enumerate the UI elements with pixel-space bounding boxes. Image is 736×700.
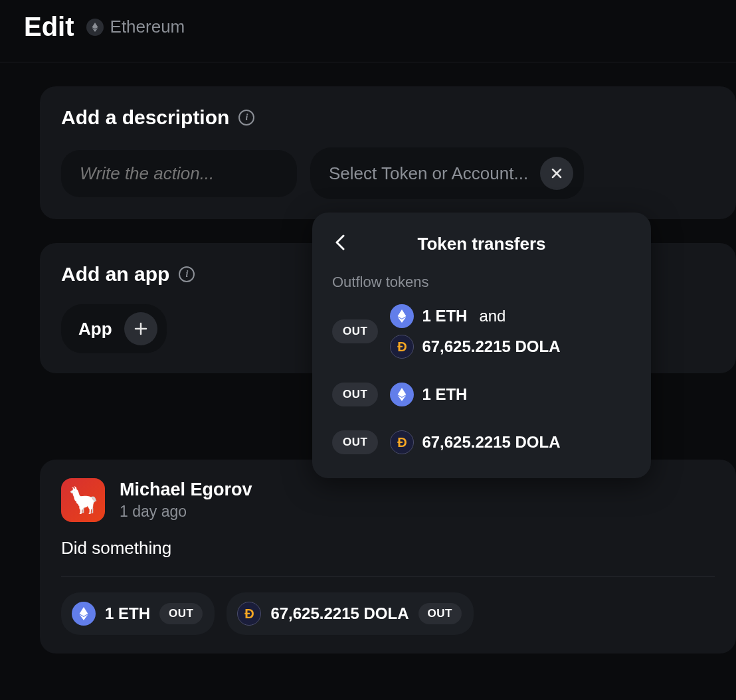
activity-header: Michael Egorov 1 day ago [61, 478, 715, 522]
transfer-item[interactable]: OUT 1 ETH and Đ 67,625.2215 DOLA [332, 304, 631, 359]
close-icon[interactable] [540, 157, 573, 190]
out-badge: OUT [332, 430, 378, 454]
plus-icon [124, 312, 157, 345]
out-badge: OUT [332, 319, 378, 343]
transfer-item[interactable]: OUT 1 ETH [332, 383, 631, 406]
activity-description: Did something [61, 538, 715, 559]
activity-author: Michael Egorov [120, 480, 252, 500]
out-badge: OUT [159, 603, 203, 624]
dola-icon: Đ [390, 335, 414, 359]
token-amount: 67,625.2215 DOLA [422, 433, 560, 452]
dola-icon: Đ [237, 602, 261, 626]
and-text: and [479, 307, 506, 325]
out-badge: OUT [418, 603, 462, 624]
token-amount: 1 ETH [105, 604, 150, 623]
popover-section-label: Outflow tokens [332, 274, 631, 291]
transfer-item[interactable]: OUT Đ 67,625.2215 DOLA [332, 430, 631, 454]
page-title: Edit [24, 12, 74, 42]
ethereum-icon [72, 602, 96, 626]
page-header: Edit Ethereum [0, 0, 736, 62]
popover-header: Token transfers [332, 231, 631, 256]
info-icon[interactable]: i [238, 110, 254, 126]
description-title: Add a description [61, 106, 229, 129]
back-button[interactable] [332, 231, 348, 256]
token-chips-row: 1 ETH OUT Đ 67,625.2215 DOLA OUT [61, 592, 715, 635]
out-badge: OUT [332, 383, 378, 406]
token-amount: 67,625.2215 DOLA [270, 604, 409, 623]
action-input[interactable] [61, 150, 297, 197]
token-account-select[interactable]: Select Token or Account... [310, 147, 584, 199]
description-title-row: Add a description i [61, 106, 715, 129]
divider [61, 576, 715, 576]
transfer-line-dola: Đ 67,625.2215 DOLA [390, 335, 560, 359]
chain-badge[interactable]: Ethereum [86, 17, 185, 37]
ethereum-icon [86, 19, 104, 36]
transfer-line-eth: 1 ETH [390, 383, 467, 406]
add-app-button[interactable]: App [61, 304, 167, 353]
token-transfers-popover: Token transfers Outflow tokens OUT 1 ETH… [312, 213, 651, 478]
token-amount: 1 ETH [422, 307, 467, 325]
token-chip-eth[interactable]: 1 ETH OUT [61, 592, 215, 635]
activity-time: 1 day ago [120, 503, 252, 521]
chain-name: Ethereum [110, 17, 185, 37]
dola-icon: Đ [390, 430, 414, 454]
transfer-line-eth: 1 ETH and [390, 304, 560, 328]
ethereum-icon [390, 304, 414, 328]
info-icon[interactable]: i [179, 266, 195, 282]
activity-card: Michael Egorov 1 day ago Did something 1… [40, 460, 736, 654]
avatar [61, 478, 105, 522]
token-chip-dola[interactable]: Đ 67,625.2215 DOLA OUT [227, 592, 474, 635]
token-amount: 67,625.2215 DOLA [422, 337, 560, 356]
token-amount: 1 ETH [422, 385, 467, 404]
select-placeholder: Select Token or Account... [329, 163, 528, 184]
description-card: Add a description i Select Token or Acco… [40, 86, 736, 219]
app-title: Add an app [61, 263, 169, 286]
description-input-row: Select Token or Account... [61, 147, 715, 199]
popover-title: Token transfers [417, 234, 545, 254]
ethereum-icon [390, 383, 414, 406]
transfer-tokens: 1 ETH and Đ 67,625.2215 DOLA [390, 304, 560, 359]
app-label: App [78, 319, 112, 339]
transfer-line-dola: Đ 67,625.2215 DOLA [390, 430, 560, 454]
